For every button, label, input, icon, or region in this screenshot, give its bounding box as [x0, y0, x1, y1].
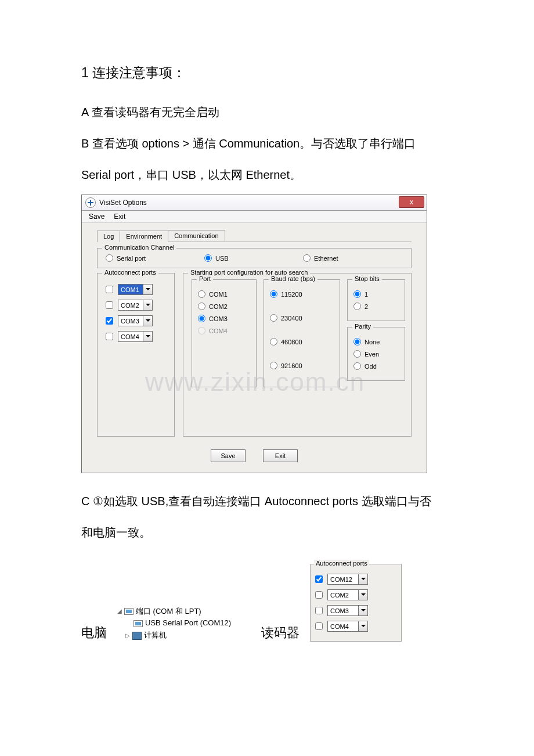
autoport-check-1[interactable] [106, 286, 113, 293]
tab-log[interactable]: Log [97, 231, 120, 242]
legend-port: Port [197, 275, 213, 282]
radio-usb[interactable]: USB [204, 254, 303, 262]
autoport-value-4: COM4 [118, 333, 143, 340]
auto2-combo-4[interactable]: COM4 [327, 621, 368, 632]
tree-ports-node[interactable]: ◢ 端口 (COM 和 LPT) [117, 606, 251, 618]
autoport-combo-3[interactable]: COM3 [118, 315, 153, 326]
autoport-check-4[interactable] [106, 333, 113, 340]
menubar: Save Exit [82, 211, 427, 223]
auto2-check-1[interactable] [315, 575, 323, 583]
radio-stop-2-label: 2 [365, 303, 368, 310]
save-button[interactable]: Save [211, 449, 246, 462]
menu-exit[interactable]: Exit [109, 211, 130, 222]
radio-parity-even[interactable]: Even [353, 350, 399, 358]
radio-com2-label: COM2 [209, 303, 228, 310]
group-starting-config: Starting port configuration for auto sea… [183, 273, 412, 437]
collapse-icon: ◢ [117, 607, 122, 616]
group-baud: Baud rate (bps) 115200 230400 460800 921… [264, 279, 340, 387]
options-dialog: VisiSet Options x Save Exit Log Environm… [81, 195, 427, 473]
radio-460800[interactable]: 460800 [270, 338, 334, 345]
para-b-1: B 查看选项 options > 通信 Communication。与否选取了串… [81, 129, 456, 157]
autoport-row-4: COM4 [106, 331, 168, 342]
computer-icon [132, 632, 142, 640]
para-b-2: Serial port，串口 USB，以太网 Ethernet。 [81, 161, 456, 189]
autoport-check-3[interactable] [106, 317, 113, 325]
autoport-check-2[interactable] [106, 301, 113, 309]
auto2-combo-3[interactable]: COM3 [327, 605, 368, 616]
autoport-row-1: COM1 [106, 284, 168, 295]
chevron-down-icon[interactable] [143, 300, 152, 310]
radio-ethernet-label: Ethernet [314, 255, 338, 262]
auto2-value-1: COM12 [328, 576, 358, 583]
close-button[interactable]: x [399, 196, 424, 208]
legend-baud: Baud rate (bps) [269, 275, 317, 282]
chevron-down-icon[interactable] [143, 316, 152, 326]
auto2-check-2[interactable] [315, 591, 323, 599]
radio-parity-odd[interactable]: Odd [353, 362, 399, 370]
auto2-combo-2[interactable]: COM2 [327, 589, 368, 600]
radio-230400-label: 230400 [281, 315, 302, 322]
radio-ethernet[interactable]: Ethernet [303, 254, 402, 262]
autoport-combo-4[interactable]: COM4 [118, 331, 153, 342]
auto2-combo-1[interactable]: COM12 [327, 574, 368, 585]
autoport-value-2: COM2 [118, 302, 143, 309]
chevron-down-icon[interactable] [143, 332, 152, 341]
radio-stop-1-label: 1 [365, 291, 368, 298]
legend-autoconnect: Autoconnect ports [102, 269, 158, 276]
auto2-value-4: COM4 [328, 623, 358, 630]
tree-computer-node[interactable]: ▷ 计算机 [125, 629, 251, 642]
autoport-row-3: COM3 [106, 315, 168, 326]
autoport-combo-2[interactable]: COM2 [118, 300, 153, 311]
legend-stop-bits: Stop bits [352, 275, 382, 282]
radio-115200[interactable]: 115200 [270, 290, 334, 298]
radio-com1[interactable]: COM1 [198, 290, 250, 298]
tab-environment[interactable]: Environment [120, 231, 168, 242]
para-c-1: C ①如选取 USB,查看自动连接端口 Autoconnect ports 选取… [81, 487, 456, 515]
group-autoconnect-ports-2: Autoconnect ports COM12 COM2 COM3 COM4 [310, 564, 402, 642]
titlebar[interactable]: VisiSet Options x [82, 195, 427, 211]
label-pc: 电脑 [81, 624, 107, 642]
chevron-down-icon[interactable] [358, 606, 367, 615]
group-parity: Parity None Even Odd [347, 327, 405, 381]
auto2-row-1: COM12 [315, 574, 396, 585]
radio-serial-label: Serial port [117, 255, 146, 262]
autoport-combo-1[interactable]: COM1 [118, 284, 153, 295]
tab-communication[interactable]: Communication [168, 230, 225, 242]
auto2-row-2: COM2 [315, 589, 396, 600]
chevron-down-icon[interactable] [358, 574, 367, 584]
autoport-row-2: COM2 [106, 300, 168, 311]
legend-autoconnect-2: Autoconnect ports [314, 560, 369, 567]
port-icon [134, 620, 143, 627]
radio-serial-port[interactable]: Serial port [106, 254, 204, 262]
tab-bar: Log Environment Communication [97, 230, 412, 242]
radio-parity-even-label: Even [365, 351, 379, 358]
radio-parity-none[interactable]: None [353, 338, 399, 345]
radio-com3[interactable]: COM3 [198, 315, 250, 322]
group-comm-channel: Communication Channel Serial port USB Et… [97, 248, 412, 268]
radio-com4: COM4 [198, 327, 250, 334]
radio-stop-2[interactable]: 2 [353, 303, 399, 310]
auto2-row-4: COM4 [315, 621, 396, 632]
radio-921600[interactable]: 921600 [270, 362, 334, 369]
tree-usb-serial-node[interactable]: USB Serial Port (COM12) [134, 617, 251, 629]
radio-460800-label: 460800 [281, 339, 302, 345]
radio-stop-1[interactable]: 1 [353, 290, 399, 298]
auto2-check-3[interactable] [315, 607, 323, 614]
group-port: Port COM1 COM2 COM3 COM4 [192, 279, 257, 387]
chevron-down-icon[interactable] [358, 590, 367, 600]
radio-230400[interactable]: 230400 [270, 314, 334, 322]
chevron-down-icon[interactable] [143, 285, 152, 294]
legend-comm-channel: Communication Channel [102, 244, 176, 251]
radio-com3-label: COM3 [209, 315, 228, 322]
tree-computer-label: 计算机 [144, 629, 167, 642]
chevron-down-icon[interactable] [358, 621, 367, 631]
auto2-value-3: COM3 [328, 607, 358, 614]
radio-parity-odd-label: Odd [365, 363, 377, 370]
radio-com2[interactable]: COM2 [198, 303, 250, 310]
exit-button[interactable]: Exit [263, 449, 298, 462]
menu-save[interactable]: Save [84, 211, 109, 222]
radio-com1-label: COM1 [209, 291, 228, 298]
dialog-title: VisiSet Options [99, 199, 147, 207]
auto2-check-4[interactable] [315, 622, 323, 630]
tree-ports-label: 端口 (COM 和 LPT) [136, 606, 201, 618]
